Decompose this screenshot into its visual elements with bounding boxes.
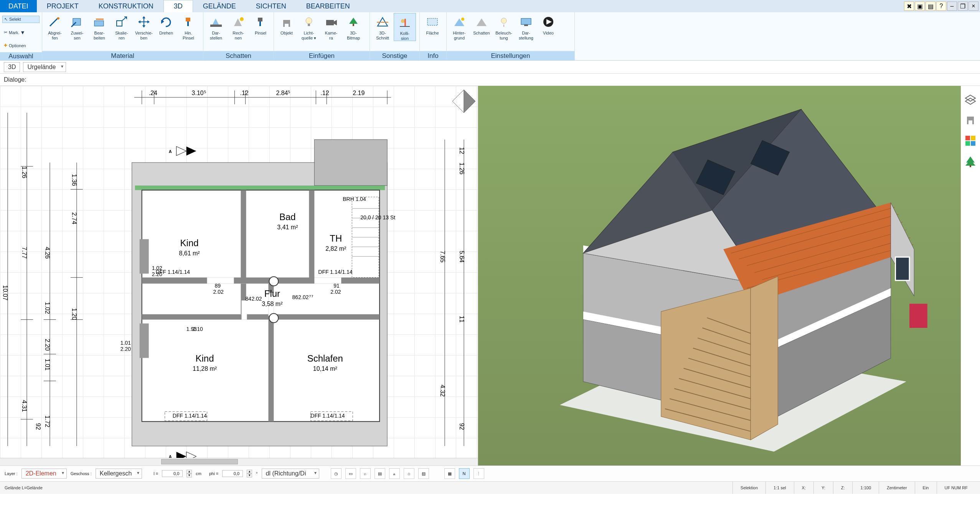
- help-icon[interactable]: ?: [936, 2, 946, 11]
- svg-text:Bad: Bad: [279, 212, 296, 222]
- menu-tab-konstruktion[interactable]: KONSTRUKTION: [89, 0, 163, 12]
- ribbon-beleuchtung-button[interactable]: Beleuch-tung: [493, 13, 515, 40]
- compass-icon: [452, 90, 475, 113]
- ribbon-hintergrund-button[interactable]: Hinter-grund: [448, 13, 470, 40]
- status-scale: 1:100: [852, 482, 879, 494]
- horizontal-scrollbar[interactable]: [0, 458, 478, 466]
- view-mode-chip[interactable]: 3D: [4, 62, 20, 72]
- pinsel-icon: [252, 15, 269, 29]
- l-spinner[interactable]: ▲▼: [186, 470, 192, 477]
- ribbon-flaeche-button[interactable]: Fläche: [421, 13, 444, 36]
- menu-tab-3d[interactable]: 3D: [163, 0, 193, 12]
- ribbon-abgreifen-button[interactable]: Abgrei-fen: [44, 13, 66, 40]
- svg-rect-9: [186, 18, 190, 21]
- menu-tabs: DATEI PROJEKT KONSTRUKTION 3D GELÄNDE SI…: [0, 0, 980, 12]
- roof-icon[interactable]: ⌂: [404, 468, 414, 479]
- ribbon-zuweisen-button[interactable]: Zuwei-sen: [66, 13, 88, 40]
- menu-tab-sichten[interactable]: SICHTEN: [246, 0, 296, 12]
- svg-text:2.02: 2.02: [330, 289, 341, 295]
- svg-marker-178: [891, 202, 914, 296]
- 3d-view-pane[interactable]: [478, 86, 961, 466]
- optionen-button[interactable]: ✚Optionen: [2, 42, 40, 49]
- plus-icon: ✚: [4, 43, 7, 48]
- clock-icon[interactable]: ◷: [331, 468, 342, 479]
- svg-text:TH: TH: [330, 233, 342, 243]
- angle-icon[interactable]: ⟁: [389, 468, 400, 479]
- svg-marker-34: [477, 18, 487, 26]
- svg-rect-16: [259, 21, 261, 26]
- floorplan-pane[interactable]: .24 3.10⁵ .12 2.84⁵ .12 2.19 A: [0, 86, 478, 466]
- ribbon-schnitt3d-button[interactable]: 3D-Schnitt: [371, 13, 394, 40]
- tile-icon[interactable]: ▤: [926, 2, 935, 11]
- svg-rect-10: [187, 21, 189, 26]
- svg-rect-29: [404, 19, 406, 26]
- camera-icon[interactable]: ⌕: [360, 468, 371, 479]
- ribbon-kamera-button[interactable]: Kame-ra: [320, 13, 342, 40]
- status-unit: Zentimeter: [879, 482, 915, 494]
- terrain-combo[interactable]: Urgelände: [23, 62, 66, 72]
- north-toggle-icon[interactable]: N: [459, 468, 470, 479]
- flaeche-icon: [424, 15, 441, 29]
- svg-rect-31: [427, 18, 437, 25]
- ribbon-schatten2-button[interactable]: Schatten: [470, 13, 493, 36]
- grid-toggle-icon[interactable]: ▦: [444, 468, 455, 479]
- ribbon-bitmap3d-button[interactable]: 3D-Bitmap: [342, 13, 365, 40]
- close-icon[interactable]: ×: [968, 2, 978, 11]
- stack-icon[interactable]: ▤: [375, 468, 385, 479]
- phi-spinner[interactable]: ▲▼: [247, 470, 252, 477]
- menu-tab-gelaende[interactable]: GELÄNDE: [193, 0, 246, 12]
- svg-rect-65: [135, 186, 385, 190]
- geschoss-combo[interactable]: Kellergesch: [96, 469, 142, 479]
- ribbon-video-button[interactable]: Video: [537, 13, 559, 36]
- ribbon-kollision-button[interactable]: Kolli-sion: [394, 13, 416, 41]
- ribbon-bearbeiten-button[interactable]: Bear-beiten: [88, 13, 111, 40]
- ribbon-lichtquelle-button[interactable]: Licht-quelle ▾: [298, 13, 320, 40]
- status-left: Gelände L=Gelände: [5, 485, 43, 490]
- svg-rect-198: [965, 136, 970, 140]
- mark-button[interactable]: ✂Mark. ▾: [2, 28, 40, 37]
- status-bar: Gelände L=Gelände Selektion 1:1 sel X: Y…: [0, 482, 980, 494]
- minimize-icon[interactable]: –: [947, 2, 957, 11]
- svg-text:10,14 m²: 10,14 m²: [313, 365, 338, 372]
- layers-icon[interactable]: [964, 93, 977, 106]
- menu-tab-bearbeiten[interactable]: BEARBEITEN: [296, 0, 360, 12]
- richtung-combo[interactable]: dl (Richtung/Di: [262, 469, 319, 479]
- tree-icon[interactable]: [964, 155, 977, 168]
- view-icon-row: ◷ ▭ ⌕ ▤ ⟁ ⌂ ▨ ▦ N ⋮: [331, 468, 484, 479]
- layer-label: Layer :: [5, 471, 18, 476]
- palette-icon[interactable]: [964, 134, 977, 147]
- selekt-button[interactable]: ↖Selekt: [2, 16, 40, 23]
- dialoge-bar: Dialoge:: [0, 74, 980, 86]
- ribbon-hinpinsel-button[interactable]: Hin.Pinsel: [177, 13, 200, 40]
- ribbon-darstellung-button[interactable]: Dar-stellung: [515, 13, 537, 40]
- ribbon-darstellen-button[interactable]: Dar-stellen: [205, 13, 227, 40]
- window-icon[interactable]: ▣: [915, 2, 925, 11]
- hatch-icon[interactable]: ▨: [418, 468, 429, 479]
- svg-text:1.20: 1.20: [71, 308, 78, 320]
- svg-rect-21: [308, 24, 310, 26]
- settings-icon[interactable]: ✖: [904, 2, 914, 11]
- svg-text:5.64: 5.64: [459, 251, 465, 263]
- chair-icon[interactable]: [964, 114, 977, 127]
- svg-text:12: 12: [459, 147, 465, 154]
- darstellung-icon: [518, 15, 534, 29]
- menu-tab-projekt[interactable]: PROJEKT: [37, 0, 89, 12]
- scrollbar-thumb[interactable]: [161, 459, 238, 464]
- svg-rect-196: [967, 120, 968, 124]
- ribbon-objekt-button[interactable]: Objekt: [276, 13, 298, 36]
- status-sel: 1:1 sel: [766, 482, 794, 494]
- l-input[interactable]: 0,0: [162, 470, 183, 477]
- hintergrund-icon: [451, 15, 467, 29]
- svg-rect-200: [965, 141, 970, 146]
- menu-tab-datei[interactable]: DATEI: [0, 0, 37, 12]
- maximize-icon[interactable]: ❐: [958, 2, 968, 11]
- ribbon-skalieren-button[interactable]: Skalie-ren: [111, 13, 133, 40]
- ribbon-rechnen-button[interactable]: Rech-nen: [227, 13, 249, 40]
- status-extras: UF NUM RF: [937, 482, 976, 494]
- layer-combo[interactable]: 2D-Elemen: [21, 469, 67, 479]
- ribbon-pinsel-button[interactable]: Pinsel: [249, 13, 272, 36]
- ribbon-verschieben-button[interactable]: Verschie-ben: [133, 13, 155, 40]
- phi-input[interactable]: 0,0: [222, 470, 243, 477]
- ribbon-drehen-button[interactable]: Drehen: [155, 13, 177, 36]
- monitor-icon[interactable]: ▭: [345, 468, 356, 479]
